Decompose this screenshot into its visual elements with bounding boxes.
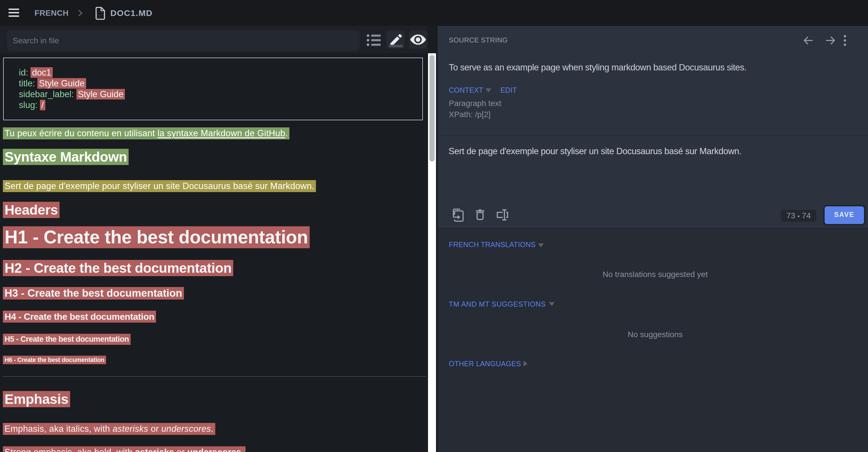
svg-text:M: M	[98, 13, 100, 17]
